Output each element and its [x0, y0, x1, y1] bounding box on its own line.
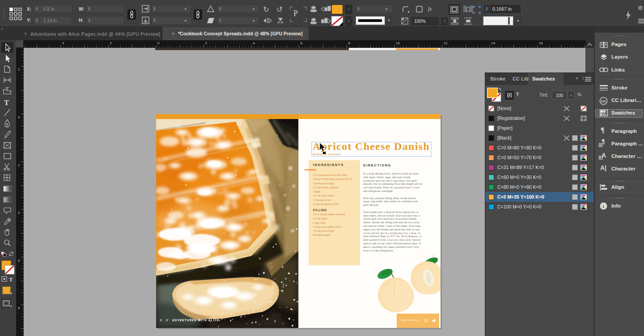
svg-text:6: 6	[301, 41, 303, 45]
svg-text:T: T	[9, 276, 13, 283]
svg-text:4: 4	[18, 211, 20, 215]
svg-text:co: co	[601, 99, 606, 103]
svg-text:4: 4	[253, 41, 255, 45]
svg-text:4: 4	[62, 41, 64, 45]
svg-text:2: 2	[205, 41, 208, 45]
svg-text:12: 12	[444, 41, 448, 45]
svg-text:8: 8	[18, 306, 20, 310]
svg-text:1 // ADVENTURES WITH ALICE: 1 // ADVENTURES WITH ALICE•	[160, 319, 221, 322]
svg-text:T: T	[4, 98, 9, 107]
svg-text:14: 14	[491, 41, 495, 45]
svg-text:2: 2	[110, 41, 112, 45]
svg-text:0: 0	[18, 115, 20, 119]
svg-text:16: 16	[539, 41, 543, 45]
svg-text:2: 2	[18, 68, 20, 72]
svg-text:6: 6	[18, 259, 20, 263]
svg-text:8: 8	[348, 41, 350, 45]
svg-text:0: 0	[157, 41, 160, 45]
svg-text:2: 2	[18, 163, 20, 167]
svg-text:10: 10	[396, 41, 400, 45]
svg-text:i: i	[603, 204, 604, 209]
